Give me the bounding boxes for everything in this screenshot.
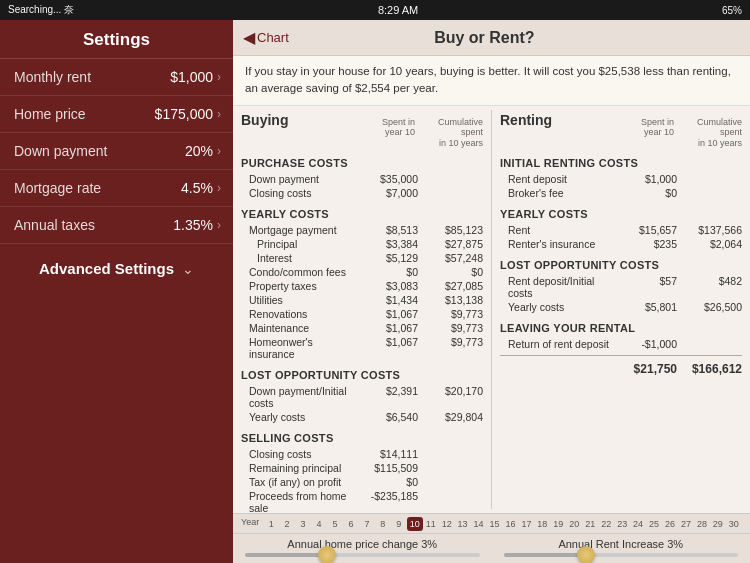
year-19[interactable]: 19 (550, 517, 566, 531)
year-26[interactable]: 26 (662, 517, 678, 531)
monthly-rent-row[interactable]: Monthly rent $1,000 › (0, 59, 233, 96)
renters-insurance-cum: $2,064 (677, 238, 742, 250)
rent-label: Rent (508, 224, 617, 236)
buying-col-header-cum: Cumulative spentin 10 years (415, 117, 483, 149)
renting-total-cum: $166,612 (677, 362, 742, 376)
sell-closing-row: Closing costs $14,111 (241, 447, 483, 461)
status-time: 8:29 AM (74, 4, 722, 16)
closing-costs-label: Closing costs (249, 187, 358, 199)
down-payment-label: Down payment (14, 143, 107, 159)
advanced-settings-label: Advanced Settings (39, 260, 174, 277)
interest-row: Interest $5,129 $57,248 (241, 251, 483, 265)
tax-profit-row: Tax (if any) on profit $0 (241, 475, 483, 489)
nav-title: Buy or Rent? (299, 29, 670, 47)
year-24[interactable]: 24 (630, 517, 646, 531)
down-initial-opp-val: $2,391 (358, 385, 418, 397)
rent-initial-opp-cum: $482 (677, 275, 742, 287)
tax-profit-label: Tax (if any) on profit (249, 476, 358, 488)
utilities-val: $1,434 (358, 294, 418, 306)
condo-fees-val: $0 (358, 266, 418, 278)
down-initial-opp-label: Down payment/Initial costs (249, 385, 358, 409)
year-23[interactable]: 23 (614, 517, 630, 531)
year-21[interactable]: 21 (582, 517, 598, 531)
year-22[interactable]: 22 (598, 517, 614, 531)
year-5[interactable]: 5 (327, 517, 343, 531)
renters-insurance-label: Renter's insurance (508, 238, 617, 250)
year-9[interactable]: 9 (391, 517, 407, 531)
annual-taxes-value-area: 1.35% › (173, 217, 221, 233)
interest-val: $5,129 (358, 252, 418, 264)
year-12[interactable]: 12 (439, 517, 455, 531)
closing-costs-val: $7,000 (358, 187, 418, 199)
principal-label: Principal (257, 238, 358, 250)
rent-increase-slider-thumb[interactable] (577, 546, 595, 563)
homeowners-insurance-cum: $9,773 (418, 336, 483, 348)
proceeds-home-val: -$235,185 (358, 490, 418, 502)
year-18[interactable]: 18 (534, 517, 550, 531)
renting-total-val: $21,750 (617, 362, 677, 376)
year-10[interactable]: 10 (407, 517, 423, 531)
renting-column: Renting Spent inyear 10 Cumulative spent… (492, 106, 750, 514)
year-3[interactable]: 3 (295, 517, 311, 531)
mortgage-rate-value-area: 4.5% › (181, 180, 221, 196)
renting-yearly-opp-cum: $26,500 (677, 301, 742, 313)
year-15[interactable]: 15 (487, 517, 503, 531)
renting-title: Renting (500, 112, 552, 128)
year-14[interactable]: 14 (471, 517, 487, 531)
initial-renting-header: INITIAL RENTING COSTS (500, 157, 742, 169)
renovations-row: Renovations $1,067 $9,773 (241, 307, 483, 321)
year-6[interactable]: 6 (343, 517, 359, 531)
maintenance-label: Maintenance (249, 322, 358, 334)
renting-total-row: $21,750 $166,612 (500, 355, 742, 380)
remaining-principal-val: $115,509 (358, 462, 418, 474)
rent-initial-opp-row: Rent deposit/Initial costs $57 $482 (500, 274, 742, 300)
year-scrubber[interactable]: Year 1 2 3 4 5 6 7 8 9 10 11 12 13 14 15… (233, 513, 750, 533)
year-28[interactable]: 28 (694, 517, 710, 531)
mortgage-payment-cum: $85,123 (418, 224, 483, 236)
main-layout: Settings Monthly rent $1,000 › Home pric… (0, 20, 750, 563)
renting-total-label (500, 362, 617, 376)
down-payment-value: 20% (185, 143, 213, 159)
home-price-row[interactable]: Home price $175,000 › (0, 96, 233, 133)
rent-initial-opp-label: Rent deposit/Initial costs (508, 275, 617, 299)
sell-closing-label: Closing costs (249, 448, 358, 460)
maintenance-val: $1,067 (358, 322, 418, 334)
back-icon: ◀ (243, 28, 255, 47)
year-13[interactable]: 13 (455, 517, 471, 531)
return-deposit-label: Return of rent deposit (508, 338, 617, 350)
advanced-settings-row[interactable]: Advanced Settings ⌄ (0, 248, 233, 289)
mortgage-rate-row[interactable]: Mortgage rate 4.5% › (0, 170, 233, 207)
year-30[interactable]: 30 (726, 517, 742, 531)
buying-yearly-header: YEARLY COSTS (241, 208, 483, 220)
home-price-slider-track[interactable] (245, 553, 480, 557)
mortgage-rate-chevron: › (217, 181, 221, 195)
remaining-principal-row: Remaining principal $115,509 (241, 461, 483, 475)
sidebar-title: Settings (0, 20, 233, 59)
year-27[interactable]: 27 (678, 517, 694, 531)
year-25[interactable]: 25 (646, 517, 662, 531)
year-17[interactable]: 17 (518, 517, 534, 531)
year-4[interactable]: 4 (311, 517, 327, 531)
home-price-slider-thumb[interactable] (318, 546, 336, 563)
home-price-slider-label: Annual home price change 3% (287, 538, 437, 550)
year-20[interactable]: 20 (566, 517, 582, 531)
annual-taxes-chevron: › (217, 218, 221, 232)
year-8[interactable]: 8 (375, 517, 391, 531)
principal-val: $3,384 (358, 238, 418, 250)
proceeds-home-row: Proceeds from home sale -$235,185 (241, 489, 483, 513)
annual-taxes-row[interactable]: Annual taxes 1.35% › (0, 207, 233, 244)
year-2[interactable]: 2 (279, 517, 295, 531)
renting-yearly-opp-label: Yearly costs (508, 301, 617, 313)
rent-increase-slider-track[interactable] (504, 553, 739, 557)
year-16[interactable]: 16 (502, 517, 518, 531)
buying-title: Buying (241, 112, 288, 128)
year-7[interactable]: 7 (359, 517, 375, 531)
sidebar: Settings Monthly rent $1,000 › Home pric… (0, 20, 233, 563)
year-29[interactable]: 29 (710, 517, 726, 531)
year-11[interactable]: 11 (423, 517, 439, 531)
down-payment-row[interactable]: Down payment 20% › (0, 133, 233, 170)
nav-back-button[interactable]: ◀ Chart (233, 28, 299, 47)
year-1[interactable]: 1 (263, 517, 279, 531)
nav-bar: ◀ Chart Buy or Rent? (233, 20, 750, 56)
homeowners-insurance-row: Homeonwer's insurance $1,067 $9,773 (241, 335, 483, 361)
